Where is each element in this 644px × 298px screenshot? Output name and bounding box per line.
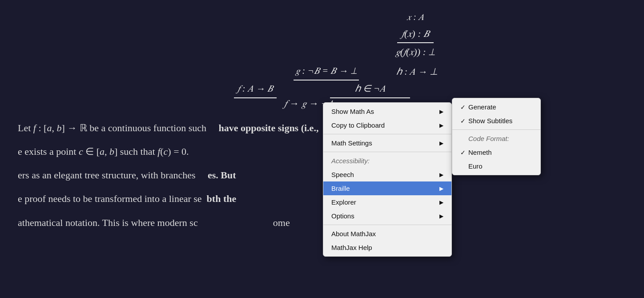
menu-separator-1 <box>323 134 451 134</box>
menu-item-math-settings[interactable]: Math Settings ▶ <box>323 136 451 150</box>
arrow-icon-math-settings: ▶ <box>439 140 443 146</box>
menu-item-braille[interactable]: Braille ▶ <box>323 181 451 195</box>
checkmark-show-subtitles: ✓ <box>460 117 468 125</box>
checkmark-nemeth: ✓ <box>460 149 468 156</box>
arrow-icon-speech: ▶ <box>439 172 443 178</box>
menu-item-options[interactable]: Options ▶ <box>323 209 451 223</box>
math-formula-2: 𝑓(𝑥) : 𝐵 𝑔(𝑓(𝑥)) : ⊥ <box>391 25 440 60</box>
math-formula-7: ℎ ∈ ¬𝐴 <box>330 81 410 98</box>
menu-item-speech[interactable]: Speech ▶ <box>323 168 451 181</box>
math-formula-4: ℎ : 𝐴 → ⊥ <box>394 64 439 81</box>
arrow-icon-explorer: ▶ <box>439 199 443 205</box>
context-menu: Show Math As ▶ Copy to Clipboard ▶ Math … <box>323 102 452 257</box>
submenu-item-show-subtitles[interactable]: ✓ Show Subtitles <box>452 114 540 128</box>
paragraph-4: e proof needs to be transformed into a l… <box>18 191 626 206</box>
math-display-area: 𝑥 : 𝐴 𝑓(𝑥) : 𝐵 𝑔(𝑓(𝑥)) : ⊥ 𝑔 : ¬𝐵 = 𝐵 → … <box>18 9 626 111</box>
arrow-icon-show-math-as: ▶ <box>439 109 443 115</box>
menu-separator-2 <box>323 152 451 152</box>
arrow-icon-copy-to-clipboard: ▶ <box>439 122 443 129</box>
menu-item-copy-to-clipboard[interactable]: Copy to Clipboard ▶ <box>323 118 451 132</box>
math-formula-6 <box>252 98 259 100</box>
math-formula-3: 𝑔 : ¬𝐵 = 𝐵 → ⊥ <box>294 63 359 81</box>
menu-item-mathjax-help[interactable]: MathJax Help <box>323 241 451 254</box>
menu-item-explorer[interactable]: Explorer ▶ <box>323 195 451 209</box>
checkmark-generate: ✓ <box>460 104 468 111</box>
math-formula-1: 𝑥 : 𝐴 <box>403 9 427 25</box>
menu-item-show-math-as[interactable]: Show Math As ▶ <box>323 105 451 118</box>
submenu-separator-1 <box>452 129 540 130</box>
menu-item-about-mathjax[interactable]: About MathJax <box>323 227 451 241</box>
math-formula-8 <box>330 98 410 100</box>
arrow-icon-options: ▶ <box>439 213 443 219</box>
code-format-label: Code Format: <box>452 132 540 145</box>
submenu-item-generate[interactable]: ✓ Generate <box>452 100 540 114</box>
submenu-item-nemeth[interactable]: ✓ Nemeth <box>452 145 540 159</box>
accessibility-label: Accessibility: <box>323 154 451 168</box>
submenu-item-euro[interactable]: Euro <box>452 159 540 173</box>
arrow-icon-braille: ▶ <box>439 185 443 192</box>
background-content: 𝑥 : 𝐴 𝑓(𝑥) : 𝐵 𝑔(𝑓(𝑥)) : ⊥ 𝑔 : ¬𝐵 = 𝐵 → … <box>0 0 644 298</box>
paragraph-5: athematical notation. This is where mode… <box>18 215 626 230</box>
braille-submenu: ✓ Generate ✓ Show Subtitles Code Format:… <box>452 98 541 175</box>
menu-separator-3 <box>323 225 451 225</box>
math-formula-5: 𝑓 : 𝐴 → 𝐵 <box>234 81 277 98</box>
